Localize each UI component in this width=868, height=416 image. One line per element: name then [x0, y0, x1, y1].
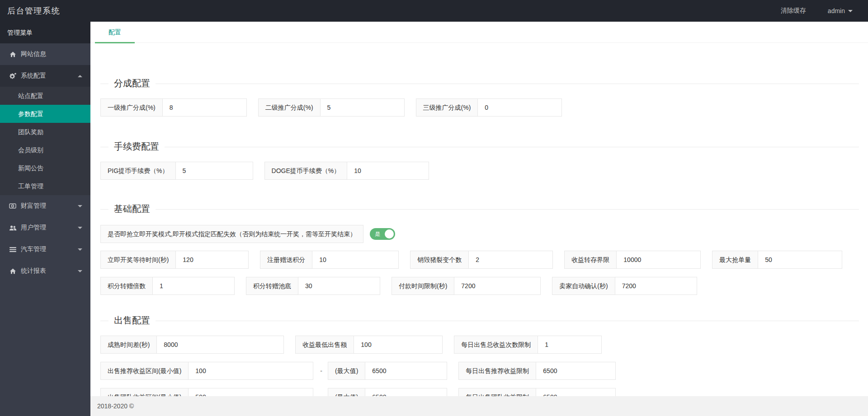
caret-down-icon	[78, 227, 82, 231]
caret-down-icon	[78, 205, 82, 210]
field-label: 每日出售总收益次数限制	[454, 336, 538, 353]
max-grab-orders-input[interactable]	[758, 251, 842, 268]
field-label: 积分转赠倍数	[101, 277, 153, 294]
sidebar-item-label: 系统配置	[21, 72, 46, 80]
destroy-pig-split-count-input[interactable]	[469, 251, 552, 268]
field-points-gift-pool-floor: 积分转赠池底	[246, 277, 380, 295]
sidebar: 管理菜单 网站信息系统配置站点配置参数配置团队奖励会员级别新闻公告工单管理财富管…	[0, 22, 90, 416]
field-label: PIG提币手续费（%）	[101, 162, 176, 179]
header-actions: 清除缓存 admin	[781, 7, 868, 15]
field-pig-withdraw-fee: PIG提币手续费（%）	[100, 162, 253, 180]
field-row: 一级推广分成(%)二级推广分成(%)三级推广分成(%)	[100, 98, 859, 117]
register-gift-points-input[interactable]	[312, 251, 398, 268]
field-label: 三级推广分成(%)	[416, 99, 478, 116]
clear-cache-button[interactable]: 清除缓存	[781, 7, 806, 15]
sidebar-subitem-member-level[interactable]: 会员级别	[0, 141, 90, 159]
range-separator: -	[320, 367, 322, 374]
field-label: 收益最低出售额	[296, 336, 354, 353]
field-instant-draw-wait-seconds: 立即开奖等待时间(秒)	[100, 251, 249, 269]
field-payment-time-limit-seconds: 付款时间限制(秒)	[392, 277, 541, 295]
payment-time-limit-seconds-input[interactable]	[454, 277, 540, 294]
level3-commission-input[interactable]	[478, 99, 561, 116]
footer: 2018-2020 ©	[90, 396, 868, 416]
field-label: 一级推广分成(%)	[101, 99, 163, 116]
seller-auto-confirm-seconds-input[interactable]	[615, 277, 697, 294]
field-label: 付款时间限制(秒)	[392, 277, 454, 294]
config-form: 分成配置一级推广分成(%)二级推广分成(%)三级推广分成(%)手续费配置PIG提…	[90, 84, 868, 416]
doge-withdraw-fee-input[interactable]	[347, 162, 429, 179]
field-mature-time-diff-seconds: 成熟时间差(秒)	[100, 336, 284, 354]
field-seller-auto-confirm-seconds: 卖家自动确认(秒)	[552, 277, 697, 295]
field-label: DOGE提币手续费（%）	[265, 162, 348, 179]
daily-sell-income-count-limit-input[interactable]	[538, 336, 601, 353]
pig-withdraw-fee-input[interactable]	[176, 162, 253, 179]
field-sell-recommend-income-max: (最大值)	[328, 362, 447, 380]
field-income-transfer-limit: 收益转存界限	[564, 251, 701, 269]
section-title: 手续费配置	[108, 140, 165, 153]
username: admin	[828, 7, 845, 14]
list-icon	[8, 247, 17, 252]
sidebar-item-label: 网站信息	[21, 50, 46, 58]
chevron-down-icon	[848, 10, 853, 14]
user-dropdown[interactable]: admin	[828, 7, 853, 14]
sell-recommend-income-max-input[interactable]	[365, 362, 447, 379]
min-income-sell-amount-input[interactable]	[354, 336, 442, 353]
sidebar-subitem-site-config[interactable]: 站点配置	[0, 87, 90, 105]
field-row: 积分转赠倍数积分转赠池底付款时间限制(秒)卖家自动确认(秒)	[100, 277, 859, 295]
sidebar-subitem-work-order[interactable]: 工单管理	[0, 177, 90, 195]
level2-commission-input[interactable]	[321, 99, 404, 116]
field-sell-recommend-income-min: 出售推荐收益区间(最小值)	[100, 362, 313, 380]
field-label: 二级推广分成(%)	[259, 99, 321, 116]
sidebar-item-system-config[interactable]: 系统配置	[0, 65, 90, 87]
form-section-commission-config: 分成配置	[100, 84, 859, 84]
field-destroy-pig-split-count: 销毁猪裂变个数	[410, 251, 553, 269]
sidebar-item-car-management[interactable]: 汽车管理	[0, 238, 90, 260]
field-label: 收益转存界限	[565, 251, 617, 268]
points-gift-pool-floor-input[interactable]	[298, 277, 380, 294]
field-points-gift-multiple: 积分转赠倍数	[100, 277, 235, 295]
home-icon	[8, 51, 17, 58]
sidebar-item-label: 汽车管理	[21, 245, 46, 253]
sidebar-subitem-team-reward[interactable]: 团队奖励	[0, 123, 90, 141]
field-min-income-sell-amount: 收益最低出售额	[295, 336, 443, 354]
sidebar-subitem-news-announcement[interactable]: 新闻公告	[0, 159, 90, 177]
income-transfer-limit-input[interactable]	[617, 251, 700, 268]
tab-bar: 配置	[90, 22, 868, 43]
sidebar-item-user-management[interactable]: 用户管理	[0, 217, 90, 238]
mature-time-diff-seconds-input[interactable]	[157, 336, 283, 353]
sidebar-title: 管理菜单	[0, 22, 90, 43]
home-icon	[8, 268, 17, 275]
field-doge-withdraw-fee: DOGE提币手续费（%）	[264, 162, 429, 180]
daily-sell-recommend-income-limit-input[interactable]	[536, 362, 615, 379]
top-header: 后台管理系统 清除缓存 admin	[0, 0, 868, 22]
sidebar-item-stats-report[interactable]: 统计报表	[0, 260, 90, 282]
section-title: 分成配置	[108, 77, 156, 89]
sidebar-item-label: 用户管理	[21, 224, 46, 232]
field-label: 注册赠送积分	[260, 251, 312, 268]
instant-draw-mode-switch[interactable]: 是	[370, 228, 395, 240]
field-label: 最大抢单量	[712, 251, 758, 268]
points-gift-multiple-input[interactable]	[153, 277, 234, 294]
field-label: 是否即抢立即开奖模式,即开模式指定匹配失效（否则为结束统一开奖，需等至开奖结束）	[100, 225, 363, 243]
field-register-gift-points: 注册赠送积分	[260, 251, 399, 269]
sell-recommend-income-min-input[interactable]	[189, 362, 313, 379]
field-level2-commission: 二级推广分成(%)	[258, 98, 405, 117]
tab-config[interactable]: 配置	[95, 22, 135, 43]
field-label: 卖家自动确认(秒)	[552, 277, 615, 294]
sidebar-item-website-info[interactable]: 网站信息	[0, 43, 90, 65]
field-level1-commission: 一级推广分成(%)	[100, 98, 247, 117]
app-title: 后台管理系统	[0, 5, 60, 16]
section-title: 出售配置	[108, 314, 156, 327]
field-row: 出售推荐收益区间(最小值)-(最大值)每日出售推荐收益限制	[100, 362, 859, 380]
sidebar-item-label: 统计报表	[21, 267, 46, 275]
form-section-fee-config: 手续费配置	[100, 147, 859, 147]
field-label: (最大值)	[328, 362, 365, 379]
toggle-row: 是否即抢立即开奖模式,即开模式指定匹配失效（否则为结束统一开奖，需等至开奖结束）…	[100, 225, 859, 243]
sidebar-subitem-param-config[interactable]: 参数配置	[0, 105, 90, 123]
level1-commission-input[interactable]	[163, 99, 246, 116]
instant-draw-wait-seconds-input[interactable]	[176, 251, 248, 268]
sidebar-item-wealth-management[interactable]: 财富管理	[0, 195, 90, 217]
switch-state-label: 是	[375, 230, 380, 238]
field-row: 立即开奖等待时间(秒)注册赠送积分销毁猪裂变个数收益转存界限最大抢单量	[100, 251, 859, 269]
sidebar-item-label: 财富管理	[21, 202, 46, 210]
